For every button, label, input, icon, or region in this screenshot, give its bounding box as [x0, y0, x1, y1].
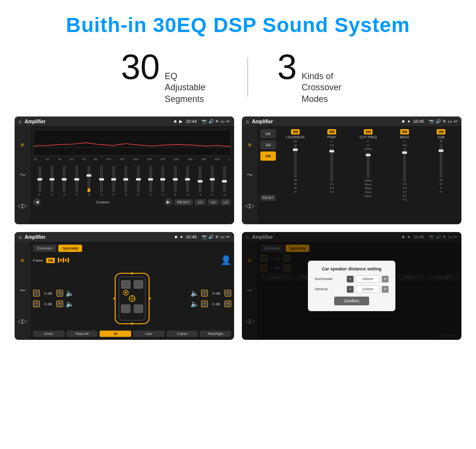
driver-btn-3[interactable]: Driver — [33, 331, 65, 337]
eq-labels: 25 32 40 50 63 80 100 125 160 200 250 32… — [33, 158, 231, 161]
track-13[interactable] — [186, 166, 189, 192]
all-btn-3[interactable]: All — [100, 331, 131, 337]
ch-bass-f: F — [404, 140, 406, 143]
freq-40: 40 — [58, 158, 61, 161]
user-btn-3[interactable]: User — [133, 331, 165, 337]
rearleft-btn-3[interactable]: RearLeft — [67, 331, 98, 337]
eq-icon-1[interactable]: ≡ — [20, 141, 24, 149]
ch-loudness-slider[interactable] — [294, 144, 297, 178]
horizontal-minus-btn[interactable]: − — [347, 276, 354, 283]
reset-btn-1[interactable]: RESET — [174, 199, 193, 205]
track-10[interactable] — [149, 166, 152, 192]
u2-preset-btn[interactable]: U2 — [260, 140, 276, 150]
common-tab-3[interactable]: Common — [33, 245, 56, 252]
track-3[interactable] — [63, 166, 66, 192]
slider-4: 0 — [71, 166, 82, 196]
screen-icon-3: ▭ — [221, 234, 225, 239]
home-icon-1[interactable]: ⌂ — [18, 118, 22, 124]
reset-btn-2[interactable]: RESET — [260, 195, 276, 201]
track-4[interactable] — [75, 166, 78, 192]
db-minus-1[interactable]: − — [33, 290, 40, 297]
ch-bass-toggle[interactable]: ON — [400, 129, 409, 134]
vol-side-icon-2[interactable]: ◁▷ — [245, 202, 255, 209]
u3-btn-1[interactable]: U3 — [221, 199, 231, 205]
track-15[interactable] — [211, 166, 214, 192]
track-5[interactable] — [87, 166, 90, 192]
eq-graph — [33, 129, 231, 156]
wave-icon-1[interactable]: 〜 — [19, 171, 26, 180]
eq-icon-3[interactable]: ≡ — [20, 257, 24, 264]
confirm-button[interactable]: Confirm — [334, 297, 369, 305]
ch-phat-slider[interactable] — [330, 148, 333, 182]
db-plus-4[interactable]: + — [224, 300, 231, 307]
ch-cutfreq-slider[interactable] — [367, 151, 370, 178]
freq-500: 500 — [201, 158, 206, 161]
val-1: 0 — [39, 193, 40, 196]
vertical-plus-btn[interactable]: + — [382, 286, 389, 293]
screen-body-2: ≡ 〜 ◁▷ U1 U2 U3 RESET ON — [242, 126, 461, 224]
db-plus-1[interactable]: + — [56, 290, 63, 297]
vol-icon-1: 🔊 — [208, 119, 214, 124]
screen-distance: ⌂ Amplifier ■ ● 10:46 📷 🔊 ✕ ▭ ↩ ≡ 〜 ◁▷ C… — [242, 232, 461, 340]
slider-6: 0 — [96, 166, 107, 196]
vol-side-icon-1[interactable]: ◁▷ — [17, 202, 27, 209]
ch-sub-slider[interactable] — [440, 144, 442, 178]
slider-13: 0 — [182, 166, 193, 196]
ch-sub-toggle[interactable]: ON — [437, 129, 446, 134]
track-8[interactable] — [124, 166, 127, 192]
vol-icon-2: 🔊 — [436, 119, 441, 124]
u3-preset-btn[interactable]: U3 — [260, 151, 276, 161]
u1-preset-btn[interactable]: U1 — [260, 129, 276, 138]
freq-400: 400 — [187, 158, 192, 161]
horizontal-plus-btn[interactable]: + — [382, 276, 389, 283]
db-minus-2[interactable]: − — [33, 300, 40, 307]
copilot-btn-3[interactable]: Copilot — [167, 331, 198, 337]
rearright-btn-3[interactable]: RearRight — [200, 331, 231, 337]
track-16[interactable] — [223, 166, 226, 192]
track-14[interactable] — [199, 166, 202, 192]
vertical-minus-btn[interactable]: − — [347, 286, 354, 293]
slider-10: 0 — [145, 166, 156, 196]
track-2[interactable] — [51, 166, 53, 192]
vol-side-icon-3[interactable]: ◁▷ — [17, 317, 27, 325]
fbar5 — [68, 258, 69, 263]
screen-speaker: ⌂ Amplifier ■ ● 10:46 📷 🔊 ✕ ▭ ↩ ≡ 〜 ◁▷ C… — [15, 232, 234, 340]
eq-content: 25 32 40 50 63 80 100 125 160 200 250 32… — [30, 126, 234, 224]
track-12[interactable] — [174, 166, 177, 192]
prev-preset-btn[interactable]: ◀ — [33, 198, 41, 206]
ch-bass-slider[interactable] — [403, 148, 406, 182]
db-plus-3[interactable]: + — [224, 290, 231, 297]
ch-phat-toggle[interactable]: ON — [327, 129, 337, 134]
ch-cutfreq: ON CUT FREQ F G 120Hz 100Hz 90Hz 80Hz 70… — [351, 129, 386, 201]
eq-icon-2[interactable]: ≡ — [248, 141, 252, 149]
track-1[interactable] — [38, 166, 41, 192]
wave-icon-3[interactable]: 〜 — [19, 286, 26, 295]
u2-btn-1[interactable]: U2 — [208, 199, 219, 205]
u1-btn-1[interactable]: U1 — [195, 199, 205, 205]
fader-on: ON — [46, 258, 55, 263]
home-icon-2[interactable]: ⌂ — [246, 118, 249, 124]
ch-sub: ON SUB 20 15 10 5 0 — [424, 129, 459, 201]
db-minus-3[interactable]: − — [201, 290, 208, 297]
track-6[interactable] — [100, 166, 103, 192]
right-db-col: 🔈 − 0 dB + 🔈 − 0 dB + — [189, 289, 231, 308]
specialty-tab-3[interactable]: Specialty — [58, 245, 82, 252]
db-plus-2[interactable]: + — [56, 300, 63, 307]
ch-cutfreq-toggle[interactable]: ON — [364, 129, 373, 134]
horizontal-value: 140cm — [356, 275, 380, 283]
car-diagram-svg — [110, 269, 154, 328]
rec-icon-3: ■ — [175, 234, 177, 239]
home-icon-3[interactable]: ⌂ — [18, 234, 22, 240]
db-minus-4[interactable]: − — [201, 300, 208, 307]
track-7[interactable] — [112, 166, 115, 192]
next-preset-btn[interactable]: ▶ — [165, 198, 172, 206]
left-sidebar-3: ≡ 〜 ◁▷ — [15, 242, 30, 340]
stats-row: 30 EQ Adjustable Segments 3 Kinds of Cro… — [0, 45, 476, 116]
track-11[interactable] — [161, 166, 164, 192]
track-9[interactable] — [137, 166, 140, 192]
freq-630: 630 — [215, 158, 220, 161]
preset-name: Custom — [43, 200, 163, 204]
ch-loudness-toggle[interactable]: ON — [291, 129, 300, 134]
wave-icon-2[interactable]: 〜 — [247, 171, 253, 180]
expand-icon[interactable]: » — [229, 158, 230, 161]
